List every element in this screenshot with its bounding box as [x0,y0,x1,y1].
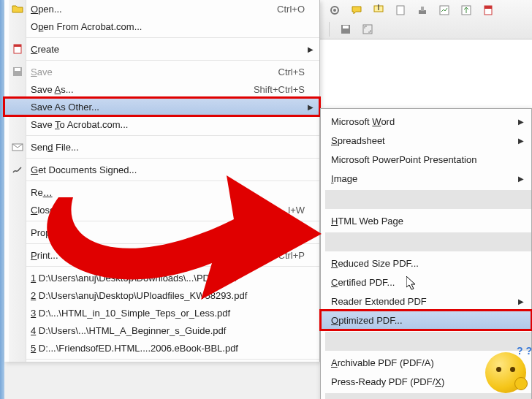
menu-separator [26,180,319,181]
menu-item-open-acrobat[interactable]: Open From Acrobat.com... [4,18,319,35]
submenu-arrow-icon: ▶ [518,297,524,305]
toolbar-separator [329,22,330,37]
menu-separator [26,60,319,61]
save-icon [12,66,23,77]
menu-item-label: Print... [31,250,278,261]
menu-separator [325,332,531,351]
menu-item-label: Close [31,205,278,216]
menu-separator [26,37,319,38]
comment-icon[interactable] [349,3,364,18]
menu-item-recent2[interactable]: 2 D:\Users\anuj\Desktop\UPloadfiles_KW58… [4,286,319,304]
menu-item-label: Send File... [31,142,319,153]
menu-item-label: Save To Acrobat.com... [31,119,319,130]
create-icon [12,43,23,55]
menu-item-send-file[interactable]: Send File... [4,138,319,156]
submenu-arrow-icon: ▶ [308,45,314,53]
menu-item-label: Get Documents Signed... [31,164,319,175]
menu-item-save: SaveCtrl+S [4,63,319,80]
submenu-item-label: Reduced Size PDF... [331,258,531,269]
submenu-item-label: Image [331,173,531,184]
menu-separator [26,221,319,221]
svg-rect-13 [363,25,372,34]
sign-icon [12,164,23,175]
menu-separator [26,266,319,267]
toolbar-row-2 [327,22,375,37]
menu-item-label: Properties... [31,227,319,238]
menu-item-label: Save [31,66,278,77]
submenu-item-certified[interactable]: Certified PDF... [321,273,531,292]
menu-item-open[interactable]: Open...Ctrl+O [4,0,319,18]
menu-item-label: Create [31,44,319,55]
pdf-toolbar-icon[interactable] [481,3,495,18]
menu-item-recent1[interactable]: 1 D:\Users\anuj\Desktop\Downloads\...\PD… [4,269,319,286]
menu-shortcut: …l+W [278,205,319,216]
svg-point-1 [333,9,336,12]
sign-toolbar-icon[interactable] [437,3,452,18]
menu-separator [26,243,319,244]
submenu-item-spreadsheet[interactable]: Spreadsheet▶ [321,131,531,150]
svg-rect-10 [484,6,492,9]
menu-separator [325,232,531,251]
highlight-icon[interactable]: T [371,3,386,18]
toolbar-row-1: T [327,3,495,18]
menu-separator [26,158,319,159]
menu-item-label: Re… [31,187,319,198]
submenu-item-label: Optimized PDF... [331,315,531,326]
menu-item-recent3[interactable]: 3 D:\...\HTML_in_10_Simple_Teps_or_Less.… [4,304,319,322]
thinking-emoji-icon: ? ? [485,352,526,393]
file-menu: Open...Ctrl+OOpen From Acrobat.com...Cre… [4,0,320,362]
menu-item-recent5[interactable]: 5 D:...\FriendsofED.HTML....2006.eBook-B… [4,339,319,357]
submenu-item-optimized[interactable]: Optimized PDF... [321,311,531,330]
submenu-item-label: Reader Extended PDF [331,296,531,307]
menu-separator [26,359,319,360]
menu-item-get-signed[interactable]: Get Documents Signed... [4,161,319,178]
menu-item-save-acrobat[interactable]: Save To Acrobat.com... [4,115,319,133]
menu-shortcut: Ctrl+P [278,250,319,261]
submenu-arrow-icon: ▶ [518,137,524,145]
menu-item-label: 1 D:\Users\anuj\Desktop\Downloads\...\PD… [31,273,319,284]
submenu-item-reduced[interactable]: Reduced Size PDF... [321,254,531,273]
attach-icon[interactable] [393,3,408,18]
menu-item-print[interactable]: Print...Ctrl+P [4,246,319,264]
menu-item-label: Open... [31,4,277,15]
menu-separator [26,135,319,136]
send-toolbar-icon[interactable] [459,3,474,18]
submenu-arrow-icon: ▶ [518,118,524,126]
submenu-item-label: Certified PDF... [331,277,531,288]
submenu-arrow-icon: ▶ [308,103,314,111]
stamp-icon[interactable] [415,3,430,18]
menu-item-save-as-other[interactable]: Save As Other...▶ [4,98,319,115]
menu-item-revert[interactable]: Re… [4,183,319,201]
save-toolbar-icon[interactable] [338,22,353,37]
menu-item-recent4[interactable]: 4 D:\Users\...\HTML_A_Beginner_s_Guide.p… [4,322,319,339]
menu-item-label: 4 D:\Users\...\HTML_A_Beginner_s_Guide.p… [31,325,319,336]
submenu-arrow-icon: ▶ [518,175,524,183]
menu-shortcut: Ctrl+O [277,4,319,15]
menu-item-save-as[interactable]: Save As...Shift+Ctrl+S [4,80,319,98]
menu-item-label: 2 D:\Users\anuj\Desktop\UPloadfiles_KW58… [31,290,319,301]
svg-rect-17 [15,68,20,71]
submenu-item-word[interactable]: Microsoft Word▶ [321,112,531,131]
menu-separator [325,393,531,399]
mail-icon [12,141,23,153]
submenu-item-ppt[interactable]: Microsoft PowerPoint Presentation [321,150,531,169]
svg-rect-4 [397,6,404,15]
submenu-item-label: HTML Web Page [331,216,531,227]
menu-shortcut: Ctrl+S [278,66,319,77]
menu-item-create[interactable]: Create▶ [4,40,319,58]
submenu-item-label: Microsoft Word [331,116,531,127]
gear-icon[interactable] [327,3,342,18]
submenu-item-label: Microsoft PowerPoint Presentation [331,154,531,165]
menu-item-close[interactable]: Close…l+W [4,201,319,218]
svg-rect-6 [421,7,424,11]
menu-item-label: Save As... [31,84,254,95]
menu-item-label: 5 D:...\FriendsofED.HTML....2006.eBook-B… [31,343,319,354]
submenu-item-label: Spreadsheet [331,135,531,146]
submenu-item-image[interactable]: Image▶ [321,169,531,188]
fit-icon[interactable] [360,22,375,37]
submenu-item-html[interactable]: HTML Web Page [321,211,531,230]
submenu-item-reader-ext[interactable]: Reader Extended PDF▶ [321,292,531,311]
menu-item-properties[interactable]: Properties... [4,224,319,241]
svg-rect-12 [343,26,349,28]
menu-item-label: 3 D:\...\HTML_in_10_Simple_Teps_or_Less.… [31,308,319,319]
